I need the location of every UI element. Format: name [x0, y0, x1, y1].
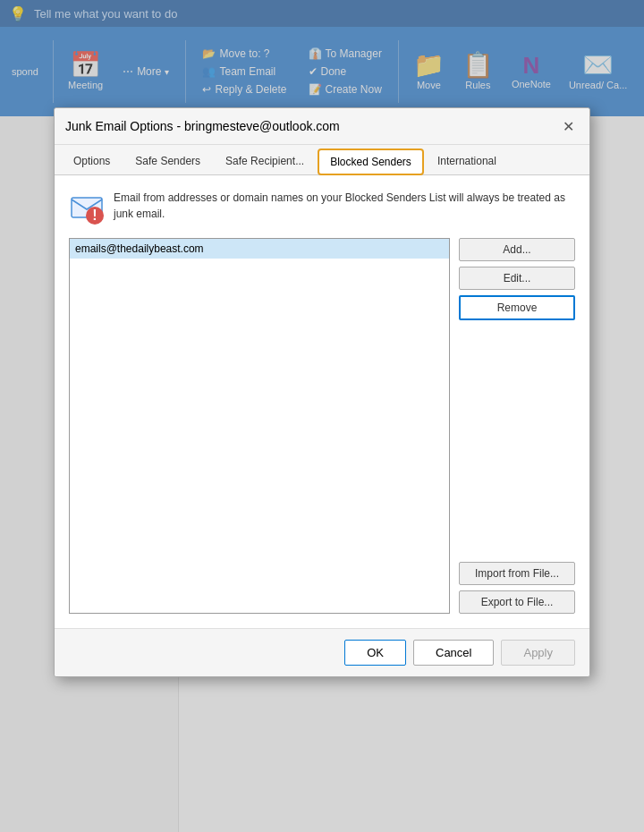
dialog-footer: OK Cancel Apply — [55, 628, 589, 676]
list-and-buttons-section: emails@thedailybeast.com Add... Edit... … — [69, 238, 575, 614]
cancel-button[interactable]: Cancel — [413, 640, 494, 666]
junk-email-options-dialog: Junk Email Options - bringmesteve@outloo… — [54, 107, 590, 677]
dialog-close-button[interactable]: ✕ — [557, 115, 579, 137]
info-text: Email from addresses or domain names on … — [114, 190, 575, 222]
svg-text:!: ! — [92, 208, 97, 223]
tab-safe-recipients-label: Safe Recipient... — [225, 155, 304, 167]
info-section: ! Email from addresses or domain names o… — [69, 190, 575, 225]
dialog-titlebar: Junk Email Options - bringmesteve@outloo… — [55, 108, 589, 145]
button-spacer — [459, 326, 575, 556]
remove-button[interactable]: Remove — [459, 295, 575, 320]
junk-email-icon: ! — [69, 190, 105, 225]
dialog-tabs: Options Safe Senders Safe Recipient... B… — [55, 145, 589, 175]
ok-button[interactable]: OK — [344, 640, 406, 666]
list-action-buttons: Add... Edit... Remove Import from File..… — [459, 238, 575, 614]
tab-options[interactable]: Options — [62, 149, 122, 174]
tab-international-label: International — [437, 155, 496, 167]
edit-button[interactable]: Edit... — [459, 267, 575, 290]
list-item[interactable]: emails@thedailybeast.com — [70, 239, 449, 259]
tab-blocked-senders-label: Blocked Senders — [330, 156, 411, 168]
import-button[interactable]: Import from File... — [459, 562, 575, 585]
blocked-email-address: emails@thedailybeast.com — [75, 242, 204, 255]
export-button[interactable]: Export to File... — [459, 590, 575, 614]
tab-blocked-senders[interactable]: Blocked Senders — [318, 149, 424, 175]
tab-safe-senders-label: Safe Senders — [135, 155, 200, 167]
tab-safe-senders[interactable]: Safe Senders — [123, 149, 212, 174]
add-button[interactable]: Add... — [459, 238, 575, 261]
tab-international[interactable]: International — [426, 149, 508, 174]
apply-button[interactable]: Apply — [501, 640, 575, 666]
tab-options-label: Options — [73, 155, 110, 167]
dialog-title: Junk Email Options - bringmesteve@outloo… — [65, 119, 340, 133]
tab-safe-recipients[interactable]: Safe Recipient... — [214, 149, 316, 174]
blocked-senders-listbox[interactable]: emails@thedailybeast.com — [69, 238, 450, 614]
dialog-body: ! Email from addresses or domain names o… — [55, 175, 589, 628]
